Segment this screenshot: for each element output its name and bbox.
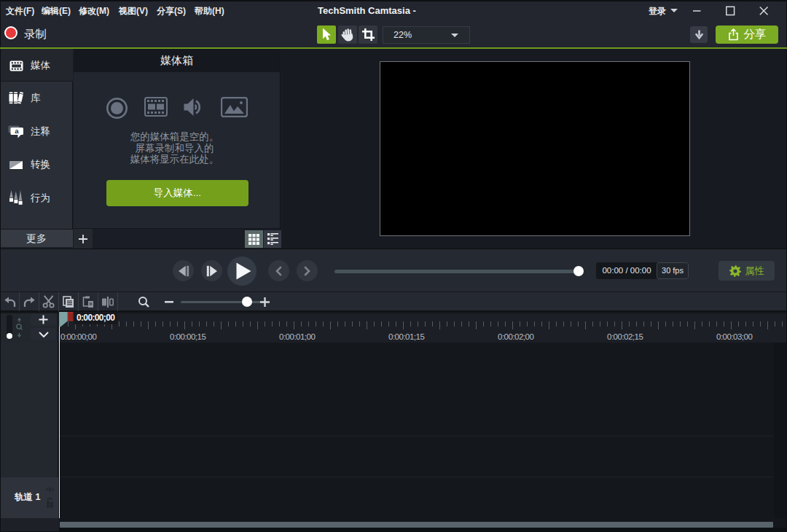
svg-text:a: a	[15, 127, 19, 135]
